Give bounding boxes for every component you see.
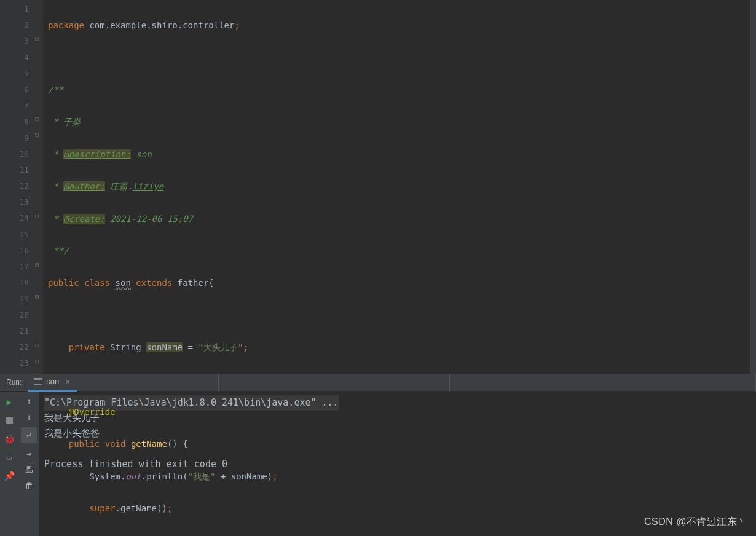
line-number: 22 — [0, 339, 29, 355]
pin-icon[interactable]: 📌 — [4, 470, 15, 481]
soft-wrap-icon[interactable]: ⤶ — [21, 427, 37, 443]
line-number: 17 — [0, 259, 29, 275]
print-icon[interactable]: 🖶 — [23, 464, 34, 475]
run-toolbar-primary: ▶ 🐞 ▭ 📌 — [0, 392, 18, 536]
line-number: 1 — [0, 1, 29, 17]
fold-gutter: ⊟ ⊟ ⊟ ⊟ ⊟ ⊟ ⊟ ⊟ — [34, 0, 43, 374]
line-number: 8 — [0, 114, 29, 130]
line-number: 5 — [0, 66, 29, 82]
line-number: 7 — [0, 98, 29, 114]
line-number: 10 — [0, 146, 29, 162]
scroll-end-icon[interactable]: ⇥ — [23, 448, 34, 459]
line-number: 15 — [0, 227, 29, 243]
fold-start-icon[interactable]: ⊟ — [35, 34, 39, 42]
rerun-icon[interactable]: ▶ — [4, 396, 15, 408]
stop-icon[interactable] — [4, 415, 15, 426]
line-number: 9 — [0, 130, 29, 146]
line-number: 11 — [0, 162, 29, 178]
line-number: 13 — [0, 194, 29, 210]
line-number: 4 — [0, 50, 29, 66]
editor-area: 1 2 3 4 5 6 7 8 9 10 11 12 13 14O↑ 15 16… — [0, 0, 756, 374]
fold-start-icon[interactable]: ⊟ — [35, 212, 39, 220]
fold-end-icon[interactable]: ⊟ — [35, 357, 39, 365]
fold-end-icon[interactable]: ⊟ — [35, 341, 39, 349]
fold-start-icon[interactable]: ⊟ — [35, 131, 39, 139]
line-number: 6 — [0, 82, 29, 98]
line-number: 18 — [0, 275, 29, 291]
line-number: 16 — [0, 243, 29, 259]
debug-icon[interactable]: 🐞 — [4, 433, 15, 444]
run-toolbar-secondary: ↑ ↓ ⤶ ⇥ 🖶 🗑 — [18, 392, 39, 536]
application-icon — [34, 378, 42, 385]
fold-start-icon[interactable]: ⊟ — [35, 293, 39, 301]
line-number: 23 — [0, 355, 29, 371]
down-icon[interactable]: ↓ — [23, 411, 34, 422]
fold-end-icon[interactable]: ⊟ — [35, 261, 39, 269]
up-icon[interactable]: ↑ — [23, 395, 34, 406]
line-number: 2 — [0, 17, 29, 33]
editor-scrollbar[interactable] — [750, 0, 756, 374]
fold-end-icon[interactable]: ⊟ — [35, 115, 39, 123]
line-number: 14O↑ — [0, 210, 29, 226]
line-number-gutter: 1 2 3 4 5 6 7 8 9 10 11 12 13 14O↑ 15 16… — [0, 0, 34, 374]
line-number: 3 — [0, 33, 29, 49]
code-editor[interactable]: package com.example.shiro.controller; /*… — [43, 0, 750, 374]
line-number: 21 — [0, 323, 29, 339]
watermark-text: CSDN @不肯过江东丶 — [644, 516, 747, 529]
trash-icon[interactable]: 🗑 — [23, 480, 34, 491]
line-number: 12 — [0, 178, 29, 194]
layout-icon[interactable]: ▭ — [4, 452, 15, 463]
line-number: 20 — [0, 307, 29, 323]
run-title: Run: — [0, 378, 28, 387]
line-number: 19 — [0, 291, 29, 307]
